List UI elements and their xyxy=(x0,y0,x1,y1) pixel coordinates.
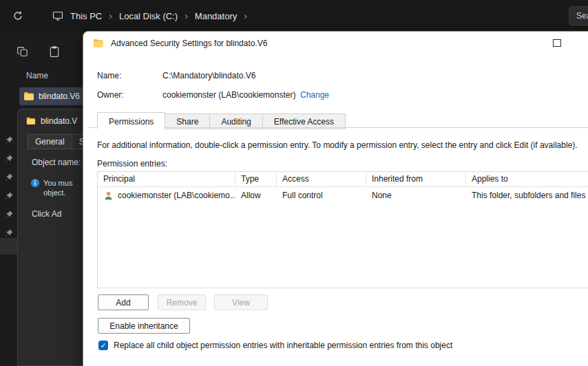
search-input[interactable]: Sea xyxy=(569,6,588,25)
file-list-name-header[interactable]: Name xyxy=(26,71,48,80)
column-header-applies-to[interactable]: Applies to xyxy=(466,172,588,186)
tab-permissions[interactable]: Permissions xyxy=(97,112,165,129)
copy-icon[interactable] xyxy=(17,45,29,58)
cell-inherited-from: None xyxy=(366,191,466,200)
table-row[interactable]: cookiemonster (LAB\cookiemo... Allow Ful… xyxy=(98,187,588,204)
replace-permissions-checkbox[interactable]: ✓ xyxy=(98,341,108,350)
owner-value: cookiemonster (LAB\cookiemonster) xyxy=(162,90,295,100)
tab-general[interactable]: General xyxy=(28,134,72,149)
permission-entries-table: Principal Type Access Inherited from App… xyxy=(97,171,588,288)
paste-icon[interactable] xyxy=(48,45,61,58)
owner-label: Owner: xyxy=(97,90,124,100)
add-button[interactable]: Add xyxy=(98,294,149,310)
file-label: blindato.V6 xyxy=(39,92,80,101)
chevron-right-icon: › xyxy=(185,10,188,21)
folder-icon xyxy=(23,91,34,102)
this-pc-icon xyxy=(50,8,66,24)
properties-dialog-titlebar: blindato.V xyxy=(26,116,77,126)
change-owner-link[interactable]: Change xyxy=(300,90,329,100)
column-header-type[interactable]: Type xyxy=(235,172,277,186)
cell-applies-to: This folder, subfolders and files xyxy=(466,191,588,200)
permissions-info-text: For additional information, double-click… xyxy=(97,140,578,150)
name-value: C:\Mandatory\blindato.V6 xyxy=(162,71,255,80)
file-row-blindato[interactable]: blindato.V6 xyxy=(19,87,88,105)
chevron-right-icon: › xyxy=(109,10,112,21)
object-name-label: Object name: xyxy=(32,158,81,167)
view-button[interactable]: View xyxy=(214,294,268,310)
table-header: Principal Type Access Inherited from App… xyxy=(98,172,588,187)
enable-inheritance-button[interactable]: Enable inheritance xyxy=(98,318,190,334)
column-header-principal[interactable]: Principal xyxy=(98,172,235,186)
explorer-address-bar: This PC › Local Disk (C:) › Mandatory › xyxy=(0,0,588,32)
pin-icon xyxy=(4,136,14,145)
remove-button[interactable]: Remove xyxy=(158,294,206,310)
cell-principal: cookiemonster (LAB\cookiemo... xyxy=(118,191,235,200)
name-label: Name: xyxy=(97,71,121,80)
cell-type: Allow xyxy=(235,191,277,200)
breadcrumb-mandatory[interactable]: Mandatory xyxy=(195,11,237,21)
pin-icon xyxy=(4,154,14,164)
folder-icon xyxy=(26,116,36,126)
replace-permissions-label: Replace all child object permission entr… xyxy=(114,341,452,350)
cell-access: Full control xyxy=(277,191,366,200)
permission-entries-label: Permission entries: xyxy=(97,159,167,169)
click-advanced-text: Click Ad xyxy=(32,209,61,219)
info-icon xyxy=(30,178,40,188)
maximize-button[interactable] xyxy=(553,39,561,47)
column-header-inherited-from[interactable]: Inherited from xyxy=(366,172,466,186)
chevron-right-icon: › xyxy=(244,10,247,21)
pin-icon xyxy=(4,191,14,201)
pin-icon xyxy=(4,228,14,238)
column-header-access[interactable]: Access xyxy=(277,172,366,186)
pin-icon xyxy=(4,173,14,182)
permission-warning-text: You mus object. xyxy=(43,178,72,197)
properties-dialog-title: blindato.V xyxy=(41,116,77,126)
refresh-icon[interactable] xyxy=(10,8,26,24)
advanced-security-dialog: Advanced Security Settings for blindato.… xyxy=(83,31,588,366)
user-icon xyxy=(103,191,114,201)
dialog-title: Advanced Security Settings for blindato.… xyxy=(111,39,267,48)
dialog-titlebar: Advanced Security Settings for blindato.… xyxy=(83,32,588,55)
folder-icon xyxy=(93,38,104,49)
pin-icon xyxy=(4,210,14,219)
breadcrumb-local-disk[interactable]: Local Disk (C:) xyxy=(119,11,178,21)
nav-selected-indicator xyxy=(0,238,17,255)
breadcrumb-this-pc[interactable]: This PC xyxy=(70,11,102,21)
